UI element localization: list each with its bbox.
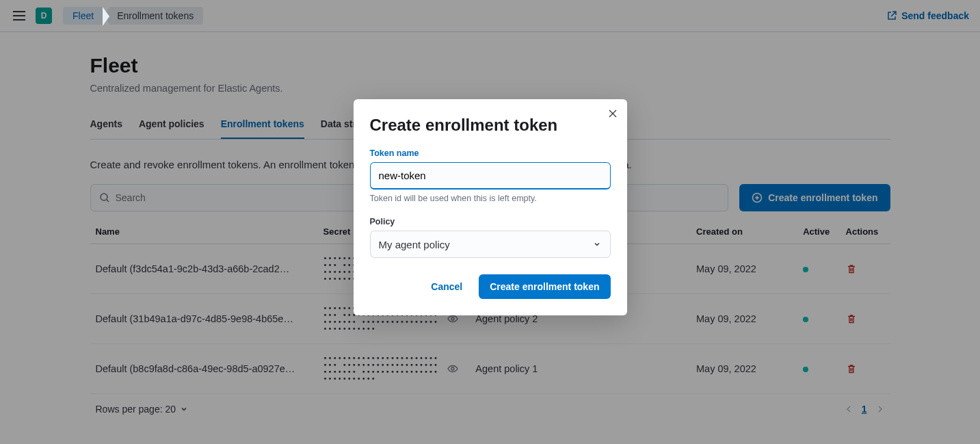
token-name-input[interactable] (370, 162, 611, 190)
chevron-down-icon (592, 239, 602, 249)
token-name-group: Token name Token id will be used when th… (370, 148, 611, 203)
create-token-modal: Create enrollment token Token name Token… (354, 99, 627, 315)
policy-group: Policy My agent policy (370, 217, 611, 258)
token-name-label: Token name (370, 148, 611, 158)
policy-label: Policy (370, 217, 611, 226)
submit-button[interactable]: Create enrollment token (479, 274, 610, 299)
modal-actions: Cancel Create enrollment token (370, 274, 611, 299)
token-name-help: Token id will be used when this is left … (370, 194, 611, 203)
modal-overlay[interactable]: Create enrollment token Token name Token… (0, 0, 980, 444)
modal-title: Create enrollment token (370, 116, 611, 135)
cancel-button[interactable]: Cancel (420, 274, 473, 299)
policy-select-value: My agent policy (379, 239, 450, 250)
policy-select[interactable]: My agent policy (370, 231, 611, 258)
close-icon[interactable] (608, 109, 618, 118)
